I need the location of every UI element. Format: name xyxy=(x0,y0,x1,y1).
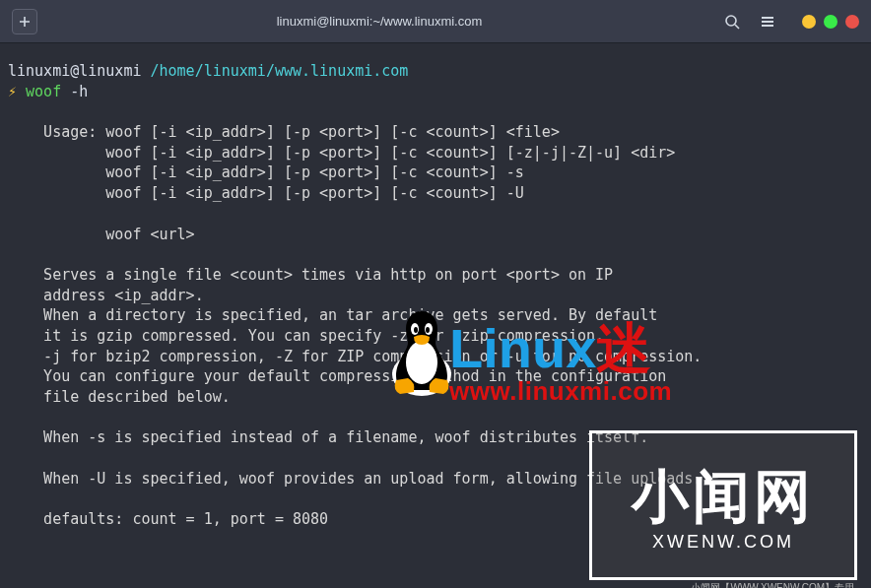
prompt-bolt-icon: ⚡ xyxy=(8,83,17,100)
output-line: file described below. xyxy=(8,388,231,406)
command-args: -h xyxy=(70,83,88,100)
output-line: When -U is specified, woof provides an u… xyxy=(8,470,702,488)
new-tab-button[interactable] xyxy=(12,9,37,34)
search-icon[interactable] xyxy=(721,11,743,33)
prompt-user: linuxmi@linuxmi xyxy=(8,62,141,80)
output-line: woof [-i <ip_addr>] [-p <port>] [-c <cou… xyxy=(8,144,675,162)
output-line: address <ip_addr>. xyxy=(8,287,204,304)
close-button[interactable] xyxy=(845,15,859,29)
output-line: it is gzip compressed. You can specify -… xyxy=(8,327,604,345)
menu-icon[interactable] xyxy=(757,11,778,33)
output-line: woof [-i <ip_addr>] [-p <port>] [-c <cou… xyxy=(8,184,524,202)
output-line: You can configure your default compressi… xyxy=(8,367,666,385)
output-line: woof [-i <ip_addr>] [-p <port>] [-c <cou… xyxy=(8,163,524,181)
output-line: When a directory is specified, an tar ar… xyxy=(8,306,657,324)
terminal-output[interactable]: linuxmi@linuxmi /home/linuxmi/www.linuxm… xyxy=(0,43,871,538)
maximize-button[interactable] xyxy=(824,15,838,29)
minimize-button[interactable] xyxy=(802,15,816,29)
output-line: woof <url> xyxy=(8,226,195,243)
window-title: linuxmi@linuxmi:~/www.linuxmi.com xyxy=(45,14,713,29)
output-line: Serves a single file <count> times via h… xyxy=(8,266,613,284)
svg-point-0 xyxy=(726,16,736,26)
output-line: defaults: count = 1, port = 8080 xyxy=(8,510,328,528)
command: woof xyxy=(26,83,61,100)
output-line: When -s is specified instead of a filena… xyxy=(8,428,648,446)
output-line: -j for bzip2 compression, -Z for ZIP com… xyxy=(8,348,702,365)
prompt-path: /home/linuxmi/www.linuxmi.com xyxy=(151,62,409,80)
output-line: Usage: woof [-i <ip_addr>] [-p <port>] [… xyxy=(8,123,560,141)
watermark-footer: 小闻网【WWW.XWENW.COM】专用 xyxy=(691,581,854,588)
titlebar: linuxmi@linuxmi:~/www.linuxmi.com xyxy=(0,0,871,43)
